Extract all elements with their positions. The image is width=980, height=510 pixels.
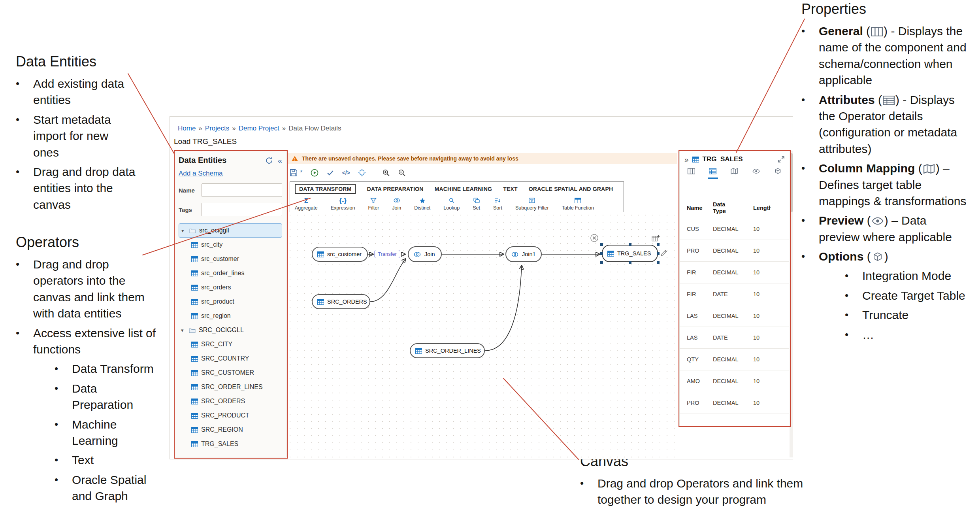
table-row[interactable]: AMODECIMAL10 [680, 370, 789, 392]
breadcrumb-projects[interactable]: Projects [205, 125, 229, 132]
flow-canvas[interactable]: src_customer Transfer Join Join1 TRG_SAL… [286, 212, 679, 457]
preview-icon[interactable] [752, 168, 760, 174]
tree-item-table[interactable]: src_region [179, 309, 282, 323]
editor-main: There are unsaved changes. Please save b… [286, 151, 679, 457]
tree-schema-SRC-OCIGGLL[interactable]: ▾SRC_OCIGGLL [179, 323, 282, 337]
node-join1[interactable]: Join1 [505, 246, 542, 262]
selection-handle[interactable] [600, 252, 603, 255]
validate-button[interactable] [326, 169, 334, 177]
tags-filter-input[interactable] [202, 203, 282, 216]
operator-subquery-filter[interactable]: Subquery Filter [515, 196, 549, 211]
table-icon [191, 370, 198, 376]
breadcrumb-demo-project[interactable]: Demo Project [239, 125, 279, 132]
breadcrumb-separator: » [232, 125, 236, 132]
operator-lookup[interactable]: Lookup [443, 196, 460, 211]
remove-node-button[interactable] [590, 234, 599, 242]
table-icon [317, 299, 324, 305]
unsaved-changes-banner: There are unsaved changes. Please save b… [287, 153, 677, 164]
node-src-orders[interactable]: SRC_ORDERS [312, 294, 370, 309]
selection-handle[interactable] [657, 261, 660, 264]
tab-options [773, 166, 783, 179]
refresh-icon[interactable] [265, 157, 273, 164]
name-filter-input[interactable] [202, 183, 282, 197]
edit-mapping-icon[interactable] [660, 249, 667, 257]
table-row[interactable]: CUSDECIMAL10 [680, 218, 789, 240]
code-view-button[interactable]: </> [342, 170, 350, 176]
tab-machine-learning[interactable]: MACHINE LEARNING [435, 186, 492, 192]
tree-item-table[interactable]: SRC_CUSTOMER [179, 366, 282, 380]
tab-data-transform[interactable]: DATA TRANSFORM [295, 184, 356, 194]
table-row[interactable]: LASDATE10 [680, 327, 789, 349]
selection-handle[interactable] [600, 243, 603, 246]
selection-handle[interactable] [657, 252, 660, 255]
operator-expression[interactable]: {-}Expression [331, 196, 355, 211]
selection-handle[interactable] [657, 243, 660, 246]
table-row[interactable]: FIRDATE10 [680, 283, 789, 305]
operator-table-function[interactable]: Table Function [562, 196, 594, 211]
tree-item-table[interactable]: SRC_ORDERS [179, 394, 282, 408]
node-src-order-lines[interactable]: SRC_ORDER_LINES [410, 343, 485, 358]
tree-item-table[interactable]: src_product [179, 295, 282, 309]
operator-aggregate[interactable]: ΣAggregate [295, 196, 318, 211]
scrollbar[interactable] [790, 151, 793, 457]
collapse-panel-icon[interactable]: « [278, 157, 282, 164]
tree-item-table[interactable]: SRC_PRODUCT [179, 408, 282, 423]
operator-join[interactable]: Join [392, 196, 401, 211]
add-schema-link[interactable]: Add a Schema [179, 170, 223, 178]
list-item: •Start metadata import for new ones [16, 111, 158, 161]
tree-item-table[interactable]: SRC_CITY [179, 337, 282, 351]
operator-sort[interactable]: Sort [493, 196, 502, 211]
expression-icon: {-} [339, 197, 347, 204]
tree-item-table[interactable]: TRG_SALES [179, 437, 282, 451]
operator-distinct[interactable]: Distinct [414, 196, 430, 211]
annotation-operators-functions: •Data Transform •Data Preparation •Machi… [55, 361, 174, 504]
selection-handle[interactable] [600, 261, 603, 264]
operator-filter[interactable]: Filter [368, 196, 379, 211]
transfer-chip[interactable]: Transfer [374, 250, 400, 258]
auto-layout-button[interactable] [358, 169, 366, 177]
table-row[interactable]: FIRDECIMAL10 [680, 262, 789, 283]
table-row[interactable]: LASDECIMAL10 [680, 305, 789, 327]
tree-item-table[interactable]: SRC_ORDER_LINES [179, 380, 282, 394]
operator-set[interactable]: Set [473, 196, 480, 211]
warning-icon [291, 155, 298, 162]
tab-data-preparation[interactable]: DATA PREPARATION [367, 186, 423, 192]
collapse-properties-icon[interactable]: » [684, 156, 689, 163]
caret-down-icon[interactable]: ▾ [181, 327, 186, 333]
tree-schema-src-ociggll[interactable]: ▾src_ociggll [179, 223, 282, 238]
annotation-data-entities-list: •Add existing data entities •Start metad… [16, 76, 158, 213]
save-button[interactable] [290, 169, 298, 177]
attributes-icon[interactable] [709, 168, 716, 174]
tree-item-table[interactable]: SRC_COUNTRY [179, 351, 282, 366]
table-row[interactable]: QTYDECIMAL10 [680, 349, 789, 370]
scrollbar-thumb[interactable] [790, 153, 793, 212]
options-icon[interactable] [774, 168, 782, 174]
node-trg-sales[interactable]: TRG_SALES [602, 245, 658, 262]
caret-down-icon[interactable]: ▾ [181, 228, 186, 234]
zoom-out-button[interactable] [398, 169, 406, 177]
preview-icon [872, 216, 884, 226]
list-item: •Column Mapping () – Defines target tabl… [801, 160, 980, 209]
add-column-icon[interactable] [652, 234, 660, 242]
expand-panel-icon[interactable] [778, 156, 784, 162]
list-item: •Create Target Table [845, 287, 980, 304]
node-src-customer[interactable]: src_customer [312, 247, 368, 262]
tab-oracle-spatial-and-graph[interactable]: ORACLE SPATIAL AND GRAPH [529, 186, 613, 192]
tree-item-table[interactable]: src_orders [179, 280, 282, 295]
column-mapping-icon[interactable] [731, 168, 738, 174]
selection-handle[interactable] [629, 243, 631, 246]
zoom-in-button[interactable] [382, 169, 390, 177]
selection-handle[interactable] [629, 261, 631, 264]
table-row[interactable]: PRODECIMAL10 [680, 240, 789, 262]
node-join[interactable]: Join [408, 246, 442, 262]
table-icon [191, 356, 198, 362]
tree-item-table[interactable]: src_order_lines [179, 266, 282, 280]
tab-text[interactable]: TEXT [503, 186, 518, 192]
run-button[interactable] [311, 169, 318, 177]
table-row[interactable]: PRODECIMAL10 [680, 392, 789, 414]
general-icon[interactable] [688, 168, 695, 174]
tree-item-table[interactable]: src_customer [179, 252, 282, 266]
breadcrumb-home[interactable]: Home [178, 125, 196, 132]
tree-item-table[interactable]: src_city [179, 238, 282, 252]
tree-item-table[interactable]: SRC_REGION [179, 423, 282, 437]
